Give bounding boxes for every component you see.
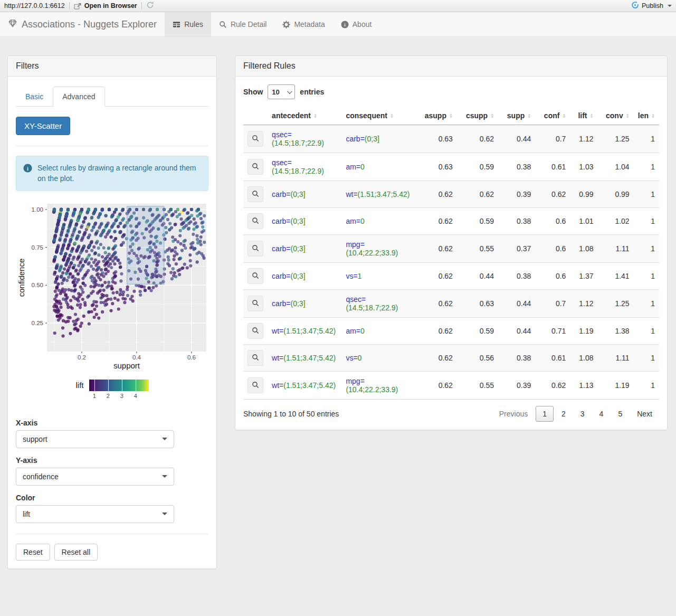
x-axis-select[interactable]: support [16,430,174,448]
open-in-browser-button[interactable]: Open in Browser [74,2,137,10]
tab-rule-detail[interactable]: Rule Detail [211,12,274,36]
column-header-lift[interactable]: lift▲▼ [570,107,597,125]
column-label: conv [606,111,623,120]
page-button-1[interactable]: 1 [536,406,554,422]
next-page-button[interactable]: Next [630,406,659,422]
antecedent-cell: carb=(0;3] [268,235,341,263]
rule-detail-button[interactable] [247,350,263,366]
sort-icon[interactable]: ▲▼ [313,113,317,118]
page-length-select[interactable]: 10 [268,84,295,99]
csupp-cell: 0.62 [457,181,498,208]
consequent-cell: vs=0 [341,345,415,372]
rule-detail-button[interactable] [247,131,263,147]
table-row: carb=(0;3]qsec=(14.5;18.7;22.9)0.620.630… [243,290,659,318]
selection-brush[interactable] [127,206,164,283]
column-label: supp [507,111,525,120]
sort-icon[interactable]: ▲▼ [651,113,655,118]
consequent-value: 0 [360,327,365,335]
rule-detail-button[interactable] [247,296,263,311]
lift-cell: 1.01 [570,208,597,235]
consequent-value: (0;3] [365,135,379,143]
antecedent-cell: carb=(0;3] [268,263,341,290]
y-axis-select[interactable]: confidence [16,468,174,486]
column-header-antecedent[interactable]: antecedent▲▼ [268,107,341,125]
sort-icon[interactable]: ▲▼ [527,113,531,118]
column-header-consequent[interactable]: consequent▲▼ [341,107,415,125]
color-select[interactable]: lift [16,505,174,523]
sort-icon[interactable]: ▲▼ [490,113,494,118]
rule-detail-button[interactable] [247,186,263,202]
column-header-asupp[interactable]: asupp▲▼ [416,107,457,125]
reset-all-button[interactable]: Reset all [54,544,98,561]
supp-cell: 0.38 [498,153,535,181]
antecedent-cell: qsec=(14.5;18.7;22.9) [268,125,341,153]
svg-text:0.75: 0.75 [32,244,43,250]
csupp-cell: 0.59 [457,153,498,181]
page-button-5[interactable]: 5 [611,406,629,422]
conf-cell: 0.62 [535,181,570,208]
antecedent-cell: wt=(1.51;3.47;5.42) [268,372,341,400]
filters-tab-advanced[interactable]: Advanced [53,87,104,107]
sort-icon[interactable]: ▲▼ [390,113,394,118]
antecedent-attribute: carb= [272,217,290,225]
len-cell: 1 [634,290,659,318]
svg-text:support: support [113,361,140,370]
filters-tab-basic[interactable]: Basic [16,87,53,107]
sort-icon[interactable]: ▲▼ [449,113,453,118]
column-header-conf[interactable]: conf▲▼ [535,107,570,125]
magnifier-icon [252,244,259,253]
legend-tick [108,380,109,391]
consequent-value: 1 [358,272,362,280]
conv-cell: 1.04 [597,153,633,181]
rule-detail-button[interactable] [247,377,263,393]
legend-colorbar: 1234 [89,380,149,391]
column-label: antecedent [272,111,311,120]
rule-detail-button[interactable] [247,241,263,257]
svg-text:0.4: 0.4 [132,354,141,361]
consequent-cell: mpg=(10.4;22.2;33.9) [341,372,415,400]
navbar: Associations - Nuggets Explorer RulesRul… [0,12,676,37]
tab-metadata[interactable]: Metadata [274,12,332,36]
conf-cell: 0.6 [535,263,570,290]
consequent-value: (10.4;22.2;33.9) [346,249,398,257]
column-header-csupp[interactable]: csupp▲▼ [457,107,498,125]
sort-icon[interactable]: ▲▼ [626,113,630,118]
sort-icon[interactable]: ▲▼ [562,113,566,118]
antecedent-value: (0;3] [291,299,306,308]
conv-cell: 1.11 [597,235,633,263]
xy-scatter-button[interactable]: XY-Scatter [16,117,70,135]
refresh-icon[interactable] [146,1,154,11]
column-label: lift [578,111,587,120]
column-header-supp[interactable]: supp▲▼ [498,107,535,125]
antecedent-value: (1.51;3.47;5.42) [283,381,336,390]
reset-button[interactable]: Reset [16,544,50,561]
antecedent-cell: carb=(0;3] [268,290,341,318]
sort-icon[interactable]: ▲▼ [590,113,594,118]
asupp-cell: 0.62 [416,290,457,318]
antecedent-attribute: wt= [272,381,283,390]
publish-button[interactable]: Publish [631,1,672,11]
color-legend: lift 1234 [16,380,208,404]
divider [16,146,208,146]
table-row: carb=(0;3]wt=(1.51;3.47;5.42)0.620.620.3… [243,181,659,208]
publish-caret-icon[interactable] [668,5,672,7]
tab-about[interactable]: iAbout [333,12,380,36]
nav-tabs: RulesRule DetailMetadataiAbout [165,12,379,36]
column-label: consequent [346,111,387,120]
rule-detail-button[interactable] [247,159,263,175]
rule-detail-button[interactable] [247,213,263,229]
magnifier-icon [252,190,259,199]
previous-page-button[interactable]: Previous [492,406,535,422]
page-button-2[interactable]: 2 [555,406,573,422]
column-header-len[interactable]: len▲▼ [634,107,659,125]
scatter-plot-canvas[interactable]: 0.250.500.751.000.20.40.6supportconfiden… [16,200,210,372]
column-header-conv[interactable]: conv▲▼ [597,107,633,125]
rule-detail-button[interactable] [247,268,263,284]
page-button-3[interactable]: 3 [574,406,592,422]
magnifier-icon [252,381,259,390]
page-button-4[interactable]: 4 [593,406,611,422]
app-brand[interactable]: Associations - Nuggets Explorer [0,12,165,36]
tab-rules[interactable]: Rules [165,12,211,36]
scatter-plot[interactable]: 0.250.500.751.000.20.40.6supportconfiden… [16,200,208,373]
rule-detail-button[interactable] [247,323,263,339]
